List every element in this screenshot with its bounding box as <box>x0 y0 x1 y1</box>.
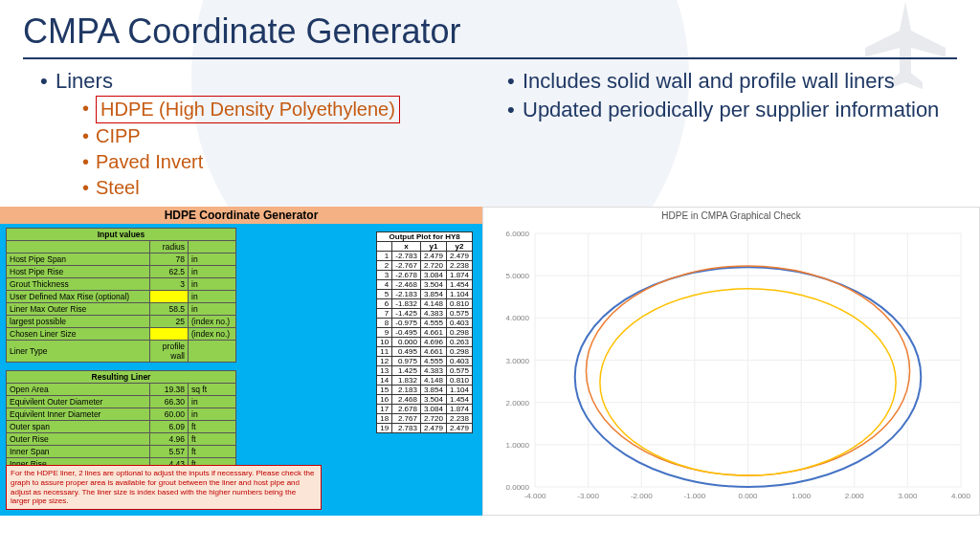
liner-item: Steel <box>82 175 490 201</box>
liner-item: Paved Invert <box>82 149 490 175</box>
right-bullet: Updated periodically per supplier inform… <box>507 96 957 124</box>
svg-text:2.000: 2.000 <box>845 492 865 500</box>
svg-text:-2.000: -2.000 <box>631 492 653 500</box>
right-bullet: Includes solid wall and profile wall lin… <box>507 67 957 96</box>
chart-plot: -4.000-3.000-2.000-1.0000.0001.0002.0003… <box>483 224 979 511</box>
liner-item: HDPE (High Density Polyethylene) <box>82 96 490 123</box>
chart-panel: HDPE in CMPA Graphical Check -4.000-3.00… <box>482 207 980 516</box>
svg-text:2.0000: 2.0000 <box>506 398 530 407</box>
svg-text:-3.000: -3.000 <box>577 492 599 500</box>
svg-text:1.000: 1.000 <box>791 492 812 500</box>
svg-text:-4.000: -4.000 <box>524 492 546 500</box>
sheet-title: HDPE Coordinate Generator <box>0 207 482 224</box>
slide-title: CMPA Coordinate Generator <box>0 0 980 57</box>
left-column: Liners HDPE (High Density Polyethylene)C… <box>23 67 490 201</box>
svg-text:-1.000: -1.000 <box>684 492 706 500</box>
svg-text:3.0000: 3.0000 <box>506 356 530 364</box>
svg-text:1.0000: 1.0000 <box>506 441 530 450</box>
svg-text:5.0000: 5.0000 <box>506 272 530 280</box>
title-divider <box>23 57 957 59</box>
chart-title: HDPE in CMPA Graphical Check <box>483 208 979 224</box>
svg-text:3.000: 3.000 <box>898 492 918 500</box>
right-column: Includes solid wall and profile wall lin… <box>490 67 957 201</box>
svg-text:4.0000: 4.0000 <box>506 314 530 322</box>
output-table: Output Plot for HY8xy1y21-2.7832.4792.47… <box>376 231 473 433</box>
spreadsheet-panel: HDPE Coordinate Generator Input valuesra… <box>0 207 482 516</box>
footnote-box: For the HDPE liner, 2 lines are optional… <box>6 465 322 509</box>
input-table: Input valuesradiusHost Pipe Span78inHost… <box>6 228 236 363</box>
svg-text:0.000: 0.000 <box>738 492 758 500</box>
svg-text:0.0000: 0.0000 <box>506 483 530 492</box>
svg-text:4.000: 4.000 <box>951 492 971 500</box>
svg-text:6.0000: 6.0000 <box>506 230 530 238</box>
heading-liners: Liners HDPE (High Density Polyethylene)C… <box>40 67 490 201</box>
liner-item: CIPP <box>82 123 490 149</box>
